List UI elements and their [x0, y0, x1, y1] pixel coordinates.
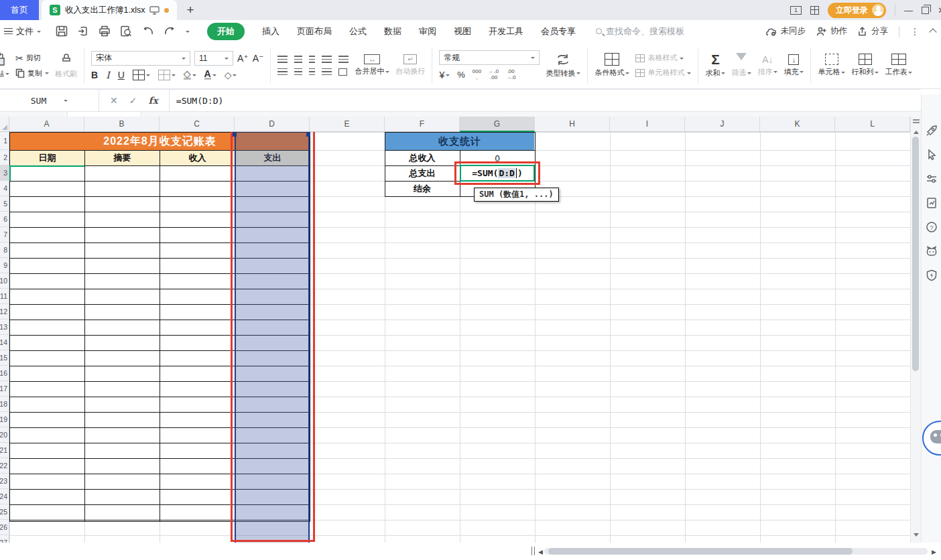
collaborate-button[interactable]: 协作	[816, 25, 847, 37]
collapse-ribbon-icon[interactable]	[929, 28, 936, 36]
row-header-17[interactable]: 17	[0, 381, 9, 397]
shield-bolt-icon[interactable]	[926, 269, 938, 281]
new-tab-button[interactable]: +	[177, 0, 203, 20]
column-header-G[interactable]: G	[460, 117, 535, 132]
close-button[interactable]: ✕	[938, 5, 941, 15]
bold-button[interactable]: B	[91, 70, 98, 80]
minimize-button[interactable]: —	[904, 5, 913, 15]
align-top-icon[interactable]	[277, 56, 288, 63]
justify-icon[interactable]	[322, 68, 332, 76]
sync-status[interactable]: 未同步	[765, 25, 806, 37]
conditional-format-button[interactable]: 条件格式	[594, 53, 629, 78]
align-center-icon[interactable]	[294, 68, 302, 76]
row-header-19[interactable]: 19	[0, 412, 9, 427]
column-header-L[interactable]: L	[835, 117, 910, 132]
font-size-select[interactable]: 11	[194, 51, 233, 66]
number-format-select[interactable]: 常规	[439, 50, 540, 65]
clear-format-button[interactable]: ◇	[225, 70, 237, 80]
share-button[interactable]: 分享	[858, 25, 888, 37]
undo-icon[interactable]	[141, 26, 154, 36]
sum-button[interactable]: Σ 求和	[705, 53, 725, 78]
export-icon[interactable]	[77, 25, 89, 37]
type-convert-button[interactable]: 类型转换	[546, 53, 580, 78]
stats-title-cell[interactable]: 收支统计	[385, 133, 534, 150]
search-commands[interactable]: 查找命令、搜索模板	[596, 25, 684, 38]
increase-indent-icon[interactable]	[338, 56, 349, 63]
spreadsheet-grid[interactable]: 2022年8月收支记账表 日期 摘要 收入 支出 收支统计 总收入 0 总支出 …	[0, 117, 910, 543]
row-header-23[interactable]: 23	[0, 474, 9, 489]
row-header-24[interactable]: 24	[0, 489, 9, 504]
cells-button[interactable]: 单元格	[818, 54, 845, 77]
window-list-icon[interactable]: 1	[790, 6, 802, 15]
scroll-right-icon[interactable]: ▶	[932, 549, 936, 555]
split-handle[interactable]	[913, 119, 920, 123]
row-header-9[interactable]: 9	[0, 258, 9, 273]
increase-decimal-button[interactable]: ←.0 .00	[489, 69, 499, 80]
percent-button[interactable]: %	[457, 70, 465, 80]
row-header-10[interactable]: 10	[0, 273, 9, 289]
cut-button[interactable]: ✂剪切	[15, 53, 49, 64]
horizontal-scroll-thumb[interactable]	[548, 548, 853, 555]
sliders-icon[interactable]	[926, 173, 938, 185]
copy-button[interactable]: 复制	[15, 68, 49, 78]
tab-page-layout[interactable]: 页面布局	[297, 25, 332, 38]
scroll-down-icon[interactable]	[914, 533, 919, 539]
rows-cols-button[interactable]: 行和列	[851, 54, 879, 77]
tab-view[interactable]: 视图	[454, 25, 471, 38]
insert-function-button[interactable]: fx	[148, 95, 158, 106]
align-bottom-icon[interactable]	[309, 56, 315, 63]
redo-icon[interactable]	[164, 26, 176, 36]
row-header-12[interactable]: 12	[0, 304, 9, 320]
formula-input[interactable]: =SUM(D:D)	[170, 90, 223, 111]
vertical-scroll-thumb[interactable]	[912, 137, 919, 371]
cancel-entry-button[interactable]: ✕	[110, 95, 118, 106]
wrap-text-button[interactable]: ↵ 自动换行	[395, 54, 425, 76]
row-header-7[interactable]: 7	[0, 227, 9, 242]
decrease-font-button[interactable]: A⁻	[253, 53, 264, 64]
more-menu-icon[interactable]: ⋮	[910, 26, 920, 37]
tab-formulas[interactable]: 公式	[349, 25, 367, 38]
row-header-11[interactable]: 11	[0, 289, 9, 304]
filter-button[interactable]: 筛选	[731, 53, 751, 78]
draw-border-button[interactable]	[158, 70, 176, 80]
row-header-21[interactable]: 21	[0, 443, 9, 458]
align-left-icon[interactable]	[277, 68, 288, 76]
document-tab[interactable]: S 收入支出工作簿1.xlsx	[42, 0, 177, 20]
row-header-27[interactable]: 27	[0, 535, 9, 543]
fill-color-button[interactable]: ◇	[184, 70, 196, 80]
merge-center-button[interactable]: ↔ 合并居中	[355, 54, 389, 76]
assistant-pet-icon[interactable]	[926, 245, 938, 257]
ledger-header-income[interactable]: 收入	[160, 151, 235, 165]
print-preview-icon[interactable]	[120, 25, 132, 37]
more-commands-icon[interactable]	[186, 31, 190, 35]
chart-board-icon[interactable]	[926, 197, 938, 209]
row-header-16[interactable]: 16	[0, 366, 9, 381]
borders-button[interactable]	[133, 70, 150, 80]
login-button[interactable]: 立即登录	[828, 3, 886, 18]
column-header-K[interactable]: K	[760, 117, 835, 132]
distribute-icon[interactable]	[338, 68, 347, 76]
cell-style-button[interactable]: 单元格样式	[635, 68, 691, 78]
row-header-8[interactable]: 8	[0, 242, 9, 258]
row-header-13[interactable]: 13	[0, 320, 9, 335]
print-icon[interactable]	[99, 25, 111, 37]
paste-button[interactable]: 粘贴	[0, 52, 9, 79]
decrease-indent-icon[interactable]	[322, 56, 332, 63]
column-header-H[interactable]: H	[535, 117, 610, 132]
column-header-C[interactable]: C	[160, 117, 235, 132]
app-grid-icon[interactable]	[810, 6, 819, 15]
ledger-header-summary[interactable]: 摘要	[85, 151, 160, 165]
row-header-4[interactable]: 4	[0, 181, 9, 196]
row-header-20[interactable]: 20	[0, 427, 9, 443]
name-box[interactable]: SUM	[0, 90, 99, 111]
row-header-25[interactable]: 25	[0, 504, 9, 520]
format-painter-button[interactable]: 格式刷	[55, 52, 77, 79]
home-tab[interactable]: 首页	[0, 0, 39, 20]
row-header-3[interactable]: 3	[0, 165, 9, 181]
scroll-up-icon[interactable]	[914, 128, 919, 134]
sort-button[interactable]: A↓ 排序	[757, 54, 777, 77]
column-header-D[interactable]: D	[235, 117, 310, 132]
select-all-corner[interactable]	[0, 117, 9, 132]
stats-income-label-cell[interactable]: 总收入	[385, 151, 459, 165]
currency-button[interactable]: ¥	[439, 70, 450, 80]
